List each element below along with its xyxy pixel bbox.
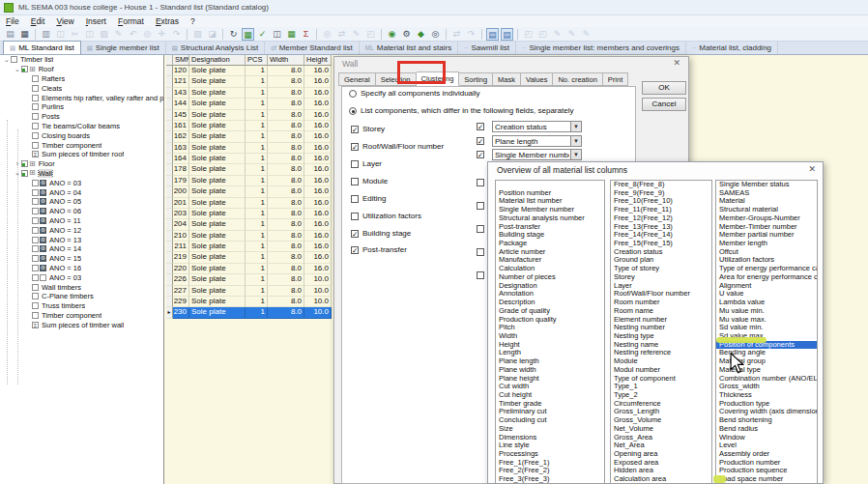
column-list-item[interactable]: Material list number xyxy=(496,197,604,206)
checkbox-storey[interactable]: ✓Storey xyxy=(351,125,385,133)
column-list-item[interactable]: Single Member number xyxy=(496,206,604,214)
tree-item[interactable]: ΣSum pieces of timber roof xyxy=(0,150,164,159)
column-list-item[interactable]: Type_2 xyxy=(611,391,711,400)
column-list-item[interactable]: Free_11(Free_11) xyxy=(611,206,711,214)
dropdown-plane-length[interactable]: Plane length▼ xyxy=(492,135,582,147)
wall-tab-print[interactable]: Print xyxy=(603,72,628,86)
radio-specify-individually[interactable]: Specify all components individually xyxy=(349,89,480,98)
wall-tab-no-creation[interactable]: No. creation xyxy=(553,72,602,86)
tree-item[interactable]: C-Plane timbers xyxy=(0,292,164,301)
tree-item[interactable]: ΣSum pieces of timber wall xyxy=(0,320,164,329)
column-list-item[interactable]: Sd value min. xyxy=(716,324,817,332)
column-list-item[interactable]: Member partial number xyxy=(716,231,817,240)
column-list-item[interactable]: Free_13(Free_13) xyxy=(611,223,711,232)
table-row[interactable]: 178Sole plate18.016.0 xyxy=(166,164,332,175)
checkbox-module[interactable]: Module xyxy=(351,177,388,185)
material-columns-list-2[interactable]: Single Member statusSAMEASMaterialStruct… xyxy=(715,180,818,484)
column-list-item[interactable]: Number of pieces xyxy=(496,273,604,282)
checkbox-editing[interactable]: Editing xyxy=(351,194,386,203)
open-icon[interactable]: ▤ xyxy=(4,28,16,41)
column-list-item[interactable]: Mu value max. xyxy=(716,316,817,325)
chevron-down-icon[interactable]: ⌄ xyxy=(14,66,21,73)
column-list-item[interactable]: Roof/Wall/Floor number xyxy=(611,290,711,299)
column-list-item[interactable]: Pitch xyxy=(496,324,604,332)
team-icon[interactable]: ◆ xyxy=(415,28,427,41)
tree-item[interactable]: ⌄⊞Wall xyxy=(0,169,164,179)
column-header-height[interactable]: Height xyxy=(304,55,332,66)
tree-item[interactable]: Tie beams/Collar beams xyxy=(0,122,164,131)
tree-item[interactable]: ⚙ANO = 15 xyxy=(0,254,164,264)
chevron-right-icon[interactable]: › xyxy=(14,160,21,167)
tree-item[interactable]: ⚙ANO = 03 xyxy=(0,178,164,187)
column-list-item[interactable]: Single Member status xyxy=(716,181,817,189)
column-list-item[interactable]: Element number xyxy=(611,316,711,325)
column-list-item[interactable]: Offcut xyxy=(716,248,817,257)
tree-item[interactable]: Closing boards xyxy=(0,130,164,140)
table-row[interactable]: 163Sole plate18.016.0 xyxy=(166,143,332,154)
column-list-item[interactable]: Creation status xyxy=(611,248,711,257)
column-header-pcs[interactable]: PCS xyxy=(246,55,268,66)
column-list-item[interactable]: Free_3(Free_3) xyxy=(496,475,604,484)
column-list-item[interactable]: Thickness xyxy=(716,391,817,400)
checkbox-layer[interactable]: Layer xyxy=(351,159,382,168)
column-list-item[interactable]: Article number xyxy=(496,248,604,257)
share-icon[interactable]: ◉ xyxy=(386,28,398,41)
wall-tab-mask[interactable]: Mask xyxy=(493,72,521,86)
combo-checkbox-2[interactable]: ✓ xyxy=(477,151,488,158)
column-list-item[interactable]: Grade of quality xyxy=(496,307,604,316)
menu-item-insert[interactable]: Insert xyxy=(80,15,112,27)
column-list-item[interactable]: Calculation xyxy=(496,265,604,273)
material-columns-list-0[interactable]: Position numberMaterial list numberSingl… xyxy=(495,180,605,484)
column-list-item[interactable]: Window xyxy=(716,434,817,442)
column-list-item[interactable]: Free_2(Free_2) xyxy=(496,467,604,475)
tree-item[interactable]: ANO = 03 xyxy=(0,272,164,282)
column-list-item[interactable]: Nesting name xyxy=(611,341,711,350)
chevron-down-icon[interactable]: ⌄ xyxy=(14,169,21,177)
tree-item[interactable]: Wall timbers xyxy=(0,282,164,292)
tab-member-standard-list[interactable]: ofMember Standard list xyxy=(265,42,359,54)
table-row[interactable]: 219Sole plate18.016.0 xyxy=(166,252,332,263)
column-list-item[interactable]: Lambda value xyxy=(716,299,817,307)
column-list-item[interactable]: Plane width xyxy=(496,366,604,375)
table-row[interactable]: 143Sole plate18.016.0 xyxy=(166,88,332,99)
tree-item[interactable]: ⚙ANO = 11 xyxy=(0,216,164,226)
tab-single-member-list[interactable]: ▤Single member list xyxy=(81,42,166,54)
column-list-item[interactable]: Net_Volume xyxy=(611,425,711,434)
column-list-item[interactable]: Length xyxy=(496,349,604,357)
checkbox-roof-wall-floor-number[interactable]: ✓Roof/Wall/Floor number xyxy=(351,142,444,151)
column-list-item[interactable]: Type of storey xyxy=(611,265,711,273)
column-list-item[interactable]: Material xyxy=(716,197,817,206)
column-list-item[interactable]: Production sequence xyxy=(716,467,817,475)
column-list-item[interactable]: Timber grade xyxy=(496,400,604,409)
menu-item-edit[interactable]: Edit xyxy=(25,15,51,27)
close-icon[interactable]: ✕ xyxy=(808,164,816,174)
table-row[interactable]: 211Sole plate18.016.0 xyxy=(166,242,332,252)
column-list-item[interactable]: Width xyxy=(496,332,604,341)
table-row[interactable]: 201Sole plate18.016.0 xyxy=(166,198,332,209)
column-list-item[interactable]: Room name xyxy=(611,307,711,316)
tree-item[interactable]: ⌄Timber list xyxy=(0,55,164,65)
column-list-item[interactable]: Utilization factors xyxy=(716,256,817,265)
column-list-item[interactable]: Processings xyxy=(496,450,604,459)
table-row[interactable]: 144Sole plate18.016.0 xyxy=(166,99,332,109)
column-list-item[interactable] xyxy=(496,181,604,189)
tab-sawmill-list[interactable]: ··Sawmill list xyxy=(458,42,516,54)
column-list-item[interactable]: U value xyxy=(716,290,817,299)
view-pane-2-icon[interactable]: ▤ xyxy=(501,28,513,41)
column-header-designation[interactable]: Designation xyxy=(189,55,246,66)
table-row[interactable]: 203Sole plate18.016.0 xyxy=(166,209,332,219)
column-list-item[interactable]: Member-Groups-Number xyxy=(716,214,817,223)
sum-edit-icon[interactable]: Σ xyxy=(300,28,312,41)
tree-item[interactable]: Posts xyxy=(0,112,164,122)
column-list-item[interactable]: Height xyxy=(496,341,604,350)
column-list-item[interactable]: Mu value min. xyxy=(716,307,817,316)
apply-edit-icon[interactable]: ✓ xyxy=(256,28,269,41)
tree-item[interactable]: ⚙ANO = 04 xyxy=(0,187,164,197)
column-list-item[interactable]: Preliminary cut xyxy=(496,408,604,416)
material-columns-list-1[interactable]: Free_8(Free_8)Free_9(Free_9)Free_10(Free… xyxy=(610,180,712,484)
dropdown-single-member-number[interactable]: Single Member number▼ xyxy=(492,149,582,160)
column-list-item[interactable]: Free_10(Free_10) xyxy=(611,197,711,206)
column-list-item[interactable]: Type of energy performance calculation xyxy=(716,265,817,273)
close-icon[interactable]: ✕ xyxy=(673,58,680,68)
tree-item[interactable]: Cleats xyxy=(0,83,164,93)
